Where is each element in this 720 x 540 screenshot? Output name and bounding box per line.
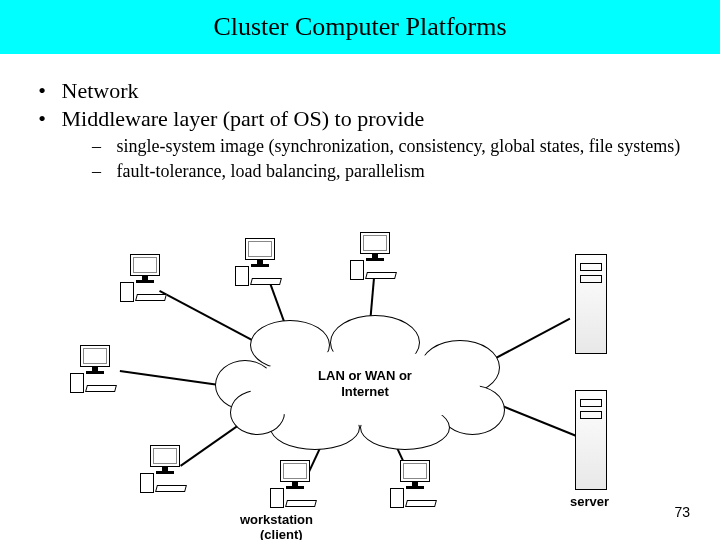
bullet-dot-icon: • xyxy=(28,106,56,132)
server-icon xyxy=(575,254,607,354)
page-number: 73 xyxy=(674,504,690,520)
dash-icon: – xyxy=(92,161,112,182)
workstation-icon xyxy=(70,345,120,395)
cluster-diagram: LAN or WAN or Internet workstation (clie… xyxy=(60,260,660,510)
cloud-label-line1: LAN or WAN or xyxy=(230,368,500,384)
slide-title: Cluster Computer Platforms xyxy=(0,0,720,54)
workstation-icon xyxy=(270,460,320,510)
subbullet-2-text: fault-tolerance, load balancing, paralle… xyxy=(117,161,425,181)
workstation-icon xyxy=(235,238,285,288)
dash-icon: – xyxy=(92,136,112,157)
cloud-label: LAN or WAN or Internet xyxy=(230,368,500,399)
bullet-1-text: Network xyxy=(62,78,139,103)
bullet-2: • Middleware layer (part of OS) to provi… xyxy=(28,106,688,132)
slide-body: • Network • Middleware layer (part of OS… xyxy=(28,78,688,182)
server-caption: server xyxy=(570,494,609,509)
bullet-2-text: Middleware layer (part of OS) to provide xyxy=(62,106,425,131)
workstation-icon xyxy=(350,232,400,282)
server-icon xyxy=(575,390,607,490)
subbullet-1-text: single-system image (synchronization, co… xyxy=(117,136,681,156)
subbullet-2: – fault-tolerance, load balancing, paral… xyxy=(92,161,688,182)
subbullet-1: – single-system image (synchronization, … xyxy=(92,136,688,157)
client-caption: (client) xyxy=(260,527,303,540)
workstation-caption: workstation xyxy=(240,512,313,527)
workstation-icon xyxy=(140,445,190,495)
cloud-label-line2: Internet xyxy=(230,384,500,400)
connector-line xyxy=(490,318,570,362)
workstation-icon xyxy=(120,254,170,304)
network-cloud: LAN or WAN or Internet xyxy=(230,330,500,440)
bullet-dot-icon: • xyxy=(28,78,56,104)
bullet-1: • Network xyxy=(28,78,688,104)
workstation-icon xyxy=(390,460,440,510)
